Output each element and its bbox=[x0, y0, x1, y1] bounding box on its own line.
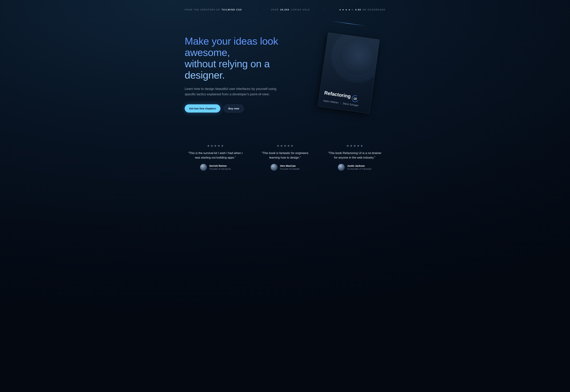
star-icon: ★ bbox=[353, 144, 356, 148]
star-icon: ★ bbox=[280, 144, 283, 148]
star-icon: ★ bbox=[217, 144, 220, 148]
star-icon: ★ bbox=[339, 9, 342, 11]
book-title-word: Refactoring bbox=[324, 90, 351, 99]
person-name: Derrick Reimer bbox=[209, 165, 230, 167]
testimonial-card: ★ ★ ★ ★ ★ “This book is fantastic for en… bbox=[254, 144, 316, 171]
star-icon: ★ bbox=[342, 9, 345, 11]
author-2: Steve Schoger bbox=[343, 102, 359, 107]
separator-dot: • bbox=[324, 8, 325, 11]
testimonial-stars: ★ ★ ★ ★ ★ bbox=[207, 144, 224, 148]
testimonial-quote: “This book is fantastic for engineers le… bbox=[256, 151, 314, 160]
book-title-badge: UI bbox=[351, 95, 359, 103]
star-icon: ★ bbox=[214, 144, 217, 148]
rating-value: 4.68 bbox=[355, 9, 361, 11]
star-icon: ★ bbox=[291, 144, 293, 148]
person-name: Alex MacCaw bbox=[280, 165, 299, 167]
testimonial-person: Justin Jackson Co-founder of Transistor bbox=[324, 164, 385, 171]
creators-prefix: FROM THE CREATORS OF bbox=[185, 9, 220, 11]
star-icon: ★ bbox=[207, 144, 210, 148]
rating-stars: ★ ★ ★ ★ ★ bbox=[339, 9, 354, 11]
buy-now-button[interactable]: Buy now bbox=[223, 104, 244, 112]
testimonial-quote: “This book Refactoring UI is a no-braine… bbox=[326, 151, 383, 160]
top-bar: FROM THE CREATORS OF TAILWIND CSS • OVER… bbox=[185, 8, 385, 11]
person-role: Founder of Clearbit bbox=[280, 168, 299, 170]
person-name: Justin Jackson bbox=[347, 165, 372, 167]
hero-copy: Make your ideas look awesome, without re… bbox=[185, 36, 305, 112]
star-icon: ★ bbox=[287, 144, 290, 148]
copies-suffix: COPIES SOLD bbox=[291, 9, 310, 11]
copies-sold: OVER 20,000 COPIES SOLD bbox=[271, 9, 310, 11]
avatar bbox=[271, 164, 278, 171]
testimonial-stars: ★ ★ ★ ★ ★ bbox=[277, 144, 293, 148]
creators-strong: TAILWIND CSS bbox=[222, 9, 242, 11]
headline-line-1: Make your ideas look awesome, bbox=[185, 35, 278, 58]
testimonial-card: ★ ★ ★ ★ ★ “This is the survival kit I wi… bbox=[185, 144, 246, 171]
star-half-icon: ★ bbox=[351, 9, 354, 11]
get-free-chapters-button[interactable]: Get two free chapters bbox=[185, 104, 220, 112]
star-icon: ★ bbox=[210, 144, 213, 148]
testimonials-section: ★ ★ ★ ★ ★ “This is the survival kit I wi… bbox=[185, 144, 385, 171]
star-icon: ★ bbox=[221, 144, 224, 148]
creators-credit: FROM THE CREATORS OF TAILWIND CSS bbox=[185, 9, 242, 11]
hero-headline: Make your ideas look awesome, without re… bbox=[185, 36, 305, 81]
copies-strong: 20,000 bbox=[280, 9, 290, 11]
copies-prefix: OVER bbox=[271, 9, 279, 11]
author-divider bbox=[340, 101, 341, 105]
star-icon: ★ bbox=[348, 9, 351, 11]
star-icon: ★ bbox=[360, 144, 363, 148]
author-1: Adam Wathan bbox=[323, 99, 339, 104]
cta-row: Get two free chapters Buy now bbox=[185, 104, 305, 112]
testimonial-card: ★ ★ ★ ★ ★ “This book Refactoring UI is a… bbox=[324, 144, 385, 171]
person-role: Co-founder of Transistor bbox=[347, 168, 372, 170]
star-icon: ★ bbox=[345, 9, 348, 11]
avatar bbox=[200, 164, 207, 171]
avatar bbox=[338, 164, 345, 171]
book-cover: Refactoring UI Adam Wathan Steve Schoger bbox=[318, 32, 380, 114]
landing-page: FROM THE CREATORS OF TAILWIND CSS • OVER… bbox=[174, 0, 396, 185]
hero-section: Make your ideas look awesome, without re… bbox=[185, 36, 385, 112]
headline-line-2: without relying on a designer. bbox=[185, 58, 270, 81]
light-flare bbox=[332, 21, 366, 26]
star-icon: ★ bbox=[357, 144, 360, 148]
book-illustration: Refactoring UI Adam Wathan Steve Schoger bbox=[312, 36, 385, 111]
person-role: Founder of SavvyCal bbox=[209, 168, 230, 170]
star-icon: ★ bbox=[346, 144, 349, 148]
rating-suffix: ON GOODREADS bbox=[362, 9, 385, 11]
hero-subhead: Learn how to design beautiful user inter… bbox=[185, 86, 282, 97]
testimonial-stars: ★ ★ ★ ★ ★ bbox=[346, 144, 363, 148]
testimonial-quote: “This is the survival kit I wish I had w… bbox=[187, 151, 244, 160]
testimonial-person: Alex MacCaw Founder of Clearbit bbox=[254, 164, 316, 171]
star-icon: ★ bbox=[284, 144, 286, 148]
star-icon: ★ bbox=[277, 144, 279, 148]
separator-dot: • bbox=[256, 8, 257, 11]
testimonial-person: Derrick Reimer Founder of SavvyCal bbox=[185, 164, 246, 171]
star-icon: ★ bbox=[350, 144, 353, 148]
goodreads-rating: ★ ★ ★ ★ ★ 4.68 ON GOODREADS bbox=[339, 9, 385, 11]
